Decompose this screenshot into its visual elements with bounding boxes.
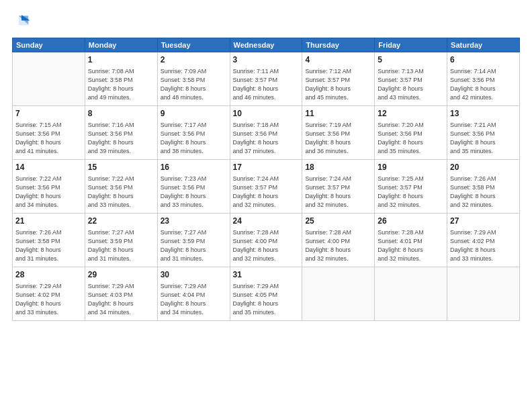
day-info: Sunrise: 7:23 AMSunset: 3:56 PMDaylight:… (161, 175, 227, 210)
calendar-cell: 5Sunrise: 7:13 AMSunset: 3:57 PMDaylight… (375, 52, 447, 106)
calendar-cell: 26Sunrise: 7:28 AMSunset: 4:01 PMDayligh… (375, 214, 447, 267)
calendar-cell: 11Sunrise: 7:19 AMSunset: 3:56 PMDayligh… (302, 106, 375, 160)
day-number: 10 (233, 108, 300, 120)
day-info: Sunrise: 7:29 AMSunset: 4:04 PMDaylight:… (161, 282, 227, 317)
calendar-cell: 14Sunrise: 7:22 AMSunset: 3:56 PMDayligh… (13, 160, 85, 214)
calendar-cell: 22Sunrise: 7:27 AMSunset: 3:59 PMDayligh… (85, 214, 157, 267)
calendar-header-thursday: Thursday (302, 38, 375, 52)
day-info: Sunrise: 7:21 AMSunset: 3:56 PMDaylight:… (450, 121, 517, 156)
calendar-table: SundayMondayTuesdayWednesdayThursdayFrid… (12, 38, 520, 321)
day-info: Sunrise: 7:08 AMSunset: 3:58 PMDaylight:… (88, 67, 154, 102)
calendar-cell (13, 52, 85, 106)
day-number: 27 (450, 216, 517, 227)
calendar-cell: 28Sunrise: 7:29 AMSunset: 4:02 PMDayligh… (13, 267, 85, 321)
day-info: Sunrise: 7:26 AMSunset: 3:58 PMDaylight:… (15, 228, 82, 263)
calendar-cell: 13Sunrise: 7:21 AMSunset: 3:56 PMDayligh… (447, 106, 520, 160)
day-info: Sunrise: 7:29 AMSunset: 4:02 PMDaylight:… (450, 228, 517, 263)
calendar-cell: 8Sunrise: 7:16 AMSunset: 3:56 PMDaylight… (85, 106, 157, 160)
day-info: Sunrise: 7:19 AMSunset: 3:56 PMDaylight:… (305, 121, 371, 156)
day-info: Sunrise: 7:14 AMSunset: 3:56 PMDaylight:… (450, 67, 517, 102)
day-number: 15 (88, 162, 154, 173)
calendar-week-row: 7Sunrise: 7:15 AMSunset: 3:56 PMDaylight… (13, 106, 520, 160)
day-number: 21 (15, 216, 82, 227)
calendar-header-sunday: Sunday (13, 38, 85, 52)
day-number: 31 (233, 269, 300, 281)
calendar-week-row: 21Sunrise: 7:26 AMSunset: 3:58 PMDayligh… (13, 214, 520, 267)
day-info: Sunrise: 7:22 AMSunset: 3:56 PMDaylight:… (88, 175, 154, 210)
day-info: Sunrise: 7:28 AMSunset: 4:00 PMDaylight:… (305, 228, 371, 263)
calendar-cell: 17Sunrise: 7:24 AMSunset: 3:57 PMDayligh… (230, 160, 302, 214)
day-number: 6 (450, 54, 517, 66)
day-info: Sunrise: 7:22 AMSunset: 3:56 PMDaylight:… (15, 175, 82, 210)
day-number: 28 (15, 269, 82, 281)
calendar-header-row: SundayMondayTuesdayWednesdayThursdayFrid… (13, 38, 520, 52)
day-number: 16 (161, 162, 227, 173)
day-number: 23 (161, 216, 227, 227)
day-number: 9 (161, 108, 227, 120)
day-number: 5 (378, 54, 444, 66)
day-info: Sunrise: 7:28 AMSunset: 4:01 PMDaylight:… (378, 228, 444, 263)
day-number: 4 (305, 54, 371, 66)
day-number: 24 (233, 216, 300, 227)
day-number: 18 (305, 162, 371, 173)
day-info: Sunrise: 7:16 AMSunset: 3:56 PMDaylight:… (88, 121, 154, 156)
logo-icon (12, 12, 31, 31)
calendar-cell: 9Sunrise: 7:17 AMSunset: 3:56 PMDaylight… (157, 106, 230, 160)
calendar-cell: 15Sunrise: 7:22 AMSunset: 3:56 PMDayligh… (85, 160, 157, 214)
calendar-header-monday: Monday (85, 38, 157, 52)
calendar-cell: 16Sunrise: 7:23 AMSunset: 3:56 PMDayligh… (157, 160, 230, 214)
day-number: 7 (15, 108, 82, 120)
day-number: 30 (161, 269, 227, 281)
calendar-cell: 19Sunrise: 7:25 AMSunset: 3:57 PMDayligh… (375, 160, 447, 214)
calendar-header-friday: Friday (375, 38, 447, 52)
day-info: Sunrise: 7:09 AMSunset: 3:58 PMDaylight:… (161, 67, 227, 102)
calendar-cell: 18Sunrise: 7:24 AMSunset: 3:57 PMDayligh… (302, 160, 375, 214)
calendar-week-row: 1Sunrise: 7:08 AMSunset: 3:58 PMDaylight… (13, 52, 520, 106)
day-number: 8 (88, 108, 154, 120)
calendar-cell: 3Sunrise: 7:11 AMSunset: 3:57 PMDaylight… (230, 52, 302, 106)
day-info: Sunrise: 7:15 AMSunset: 3:56 PMDaylight:… (15, 121, 82, 156)
calendar-cell: 23Sunrise: 7:27 AMSunset: 3:59 PMDayligh… (157, 214, 230, 267)
day-number: 3 (233, 54, 300, 66)
day-info: Sunrise: 7:27 AMSunset: 3:59 PMDaylight:… (88, 228, 154, 263)
calendar-cell: 6Sunrise: 7:14 AMSunset: 3:56 PMDaylight… (447, 52, 520, 106)
calendar-cell: 20Sunrise: 7:26 AMSunset: 3:58 PMDayligh… (447, 160, 520, 214)
calendar-cell: 25Sunrise: 7:28 AMSunset: 4:00 PMDayligh… (302, 214, 375, 267)
day-number: 13 (450, 108, 517, 120)
day-info: Sunrise: 7:29 AMSunset: 4:02 PMDaylight:… (15, 282, 82, 317)
day-info: Sunrise: 7:24 AMSunset: 3:57 PMDaylight:… (233, 175, 300, 210)
day-number: 11 (305, 108, 371, 120)
calendar-week-row: 28Sunrise: 7:29 AMSunset: 4:02 PMDayligh… (13, 267, 520, 321)
day-number: 22 (88, 216, 154, 227)
calendar-cell (375, 267, 447, 321)
day-info: Sunrise: 7:28 AMSunset: 4:00 PMDaylight:… (233, 228, 300, 263)
day-info: Sunrise: 7:12 AMSunset: 3:57 PMDaylight:… (305, 67, 371, 102)
day-number: 2 (161, 54, 227, 66)
day-info: Sunrise: 7:24 AMSunset: 3:57 PMDaylight:… (305, 175, 371, 210)
calendar-cell: 7Sunrise: 7:15 AMSunset: 3:56 PMDaylight… (13, 106, 85, 160)
day-number: 1 (88, 54, 154, 66)
calendar-header-tuesday: Tuesday (157, 38, 230, 52)
day-number: 20 (450, 162, 517, 173)
calendar-page: SundayMondayTuesdayWednesdayThursdayFrid… (0, 0, 532, 411)
calendar-cell (447, 267, 520, 321)
calendar-cell: 12Sunrise: 7:20 AMSunset: 3:56 PMDayligh… (375, 106, 447, 160)
logo (12, 12, 34, 31)
day-info: Sunrise: 7:17 AMSunset: 3:56 PMDaylight:… (161, 121, 227, 156)
day-info: Sunrise: 7:13 AMSunset: 3:57 PMDaylight:… (378, 67, 444, 102)
calendar-cell: 4Sunrise: 7:12 AMSunset: 3:57 PMDaylight… (302, 52, 375, 106)
calendar-cell: 29Sunrise: 7:29 AMSunset: 4:03 PMDayligh… (85, 267, 157, 321)
calendar-cell: 2Sunrise: 7:09 AMSunset: 3:58 PMDaylight… (157, 52, 230, 106)
day-info: Sunrise: 7:20 AMSunset: 3:56 PMDaylight:… (378, 121, 444, 156)
day-number: 26 (378, 216, 444, 227)
calendar-cell: 30Sunrise: 7:29 AMSunset: 4:04 PMDayligh… (157, 267, 230, 321)
calendar-header-saturday: Saturday (447, 38, 520, 52)
calendar-cell: 31Sunrise: 7:29 AMSunset: 4:05 PMDayligh… (230, 267, 302, 321)
day-info: Sunrise: 7:27 AMSunset: 3:59 PMDaylight:… (161, 228, 227, 263)
calendar-cell: 27Sunrise: 7:29 AMSunset: 4:02 PMDayligh… (447, 214, 520, 267)
day-number: 25 (305, 216, 371, 227)
day-info: Sunrise: 7:25 AMSunset: 3:57 PMDaylight:… (378, 175, 444, 210)
header (12, 12, 520, 31)
calendar-cell (302, 267, 375, 321)
calendar-cell: 10Sunrise: 7:18 AMSunset: 3:56 PMDayligh… (230, 106, 302, 160)
